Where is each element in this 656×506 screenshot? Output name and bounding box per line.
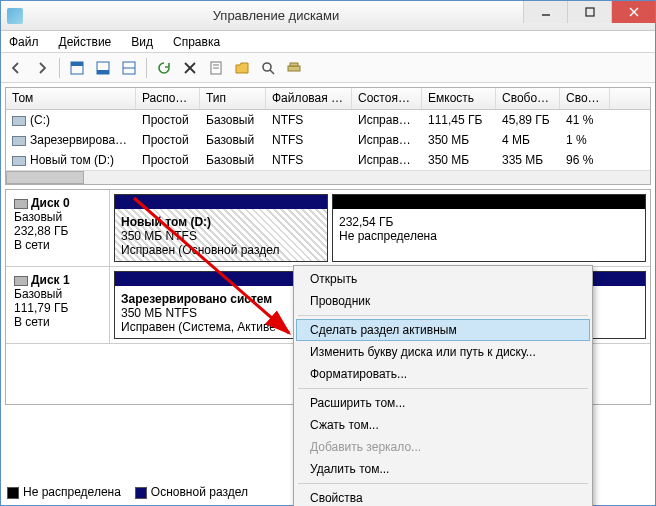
column-headers[interactable]: Том Располо... Тип Файловая с... Состоян… (6, 88, 650, 110)
window-title: Управление дисками (29, 8, 523, 23)
disk-icon (14, 276, 28, 286)
menu-file[interactable]: Файл (5, 33, 43, 51)
col-type[interactable]: Тип (200, 88, 266, 109)
col-percent[interactable]: Свобо... (560, 88, 610, 109)
disk-info: Диск 0Базовый232,88 ГБВ сети (6, 190, 110, 266)
legend-primary-label: Основной раздел (151, 485, 248, 499)
refresh-button[interactable] (153, 57, 175, 79)
col-fs[interactable]: Файловая с... (266, 88, 352, 109)
titlebar: Управление дисками (1, 1, 655, 31)
svg-rect-17 (288, 66, 300, 71)
unallocated-space[interactable]: 232,54 ГБНе распределена (332, 194, 646, 262)
ctx-format[interactable]: Форматировать... (296, 363, 590, 385)
col-free[interactable]: Свобод... (496, 88, 560, 109)
properties-icon[interactable] (205, 57, 227, 79)
back-button[interactable] (5, 57, 27, 79)
volume-icon (12, 136, 26, 146)
legend-unallocated-swatch (7, 487, 19, 499)
legend-unallocated-label: Не распределена (23, 485, 121, 499)
ctx-explorer[interactable]: Проводник (296, 290, 590, 312)
disk-row: Диск 0Базовый232,88 ГБВ сетиНовый том (D… (6, 190, 650, 267)
volume-list: Том Располо... Тип Файловая с... Состоян… (5, 87, 651, 185)
volume-icon (12, 156, 26, 166)
ctx-change-letter[interactable]: Изменить букву диска или путь к диску... (296, 341, 590, 363)
partition[interactable]: Новый том (D:)350 МБ NTFSИсправен (Основ… (114, 194, 328, 262)
view-top-button[interactable] (66, 57, 88, 79)
legend-primary-swatch (135, 487, 147, 499)
ctx-properties[interactable]: Свойства (296, 487, 590, 506)
svg-rect-1 (586, 8, 594, 16)
settings-icon[interactable] (283, 57, 305, 79)
open-folder-icon[interactable] (231, 57, 253, 79)
volume-icon (12, 116, 26, 126)
menubar: Файл Действие Вид Справка (1, 31, 655, 53)
ctx-make-active[interactable]: Сделать раздел активным (296, 319, 590, 341)
legend: Не распределена Основной раздел (7, 485, 248, 499)
table-row[interactable]: (C:)ПростойБазовыйNTFSИсправен...111,45 … (6, 110, 650, 130)
close-button[interactable] (611, 1, 655, 23)
minimize-button[interactable] (523, 1, 567, 23)
ctx-add-mirror: Добавить зеркало... (296, 436, 590, 458)
svg-rect-18 (290, 63, 298, 66)
scrollbar-thumb[interactable] (6, 171, 84, 184)
ctx-open[interactable]: Открыть (296, 268, 590, 290)
disk-icon (14, 199, 28, 209)
h-scrollbar[interactable] (6, 170, 650, 184)
toolbar (1, 53, 655, 83)
col-volume[interactable]: Том (6, 88, 136, 109)
svg-line-16 (270, 70, 274, 74)
delete-icon[interactable] (179, 57, 201, 79)
menu-action[interactable]: Действие (55, 33, 116, 51)
table-row[interactable]: Новый том (D:)ПростойБазовыйNTFSИсправен… (6, 150, 650, 170)
menu-view[interactable]: Вид (127, 33, 157, 51)
context-menu: Открыть Проводник Сделать раздел активны… (293, 265, 593, 506)
ctx-shrink[interactable]: Сжать том... (296, 414, 590, 436)
rescan-icon[interactable] (257, 57, 279, 79)
table-row[interactable]: Зарезервировано...ПростойБазовыйNTFSИспр… (6, 130, 650, 150)
svg-rect-7 (97, 70, 109, 74)
disk-management-window: Управление дисками Файл Действие Вид Спр… (0, 0, 656, 506)
col-layout[interactable]: Располо... (136, 88, 200, 109)
ctx-delete[interactable]: Удалить том... (296, 458, 590, 480)
menu-help[interactable]: Справка (169, 33, 224, 51)
svg-rect-5 (71, 62, 83, 66)
maximize-button[interactable] (567, 1, 611, 23)
svg-point-15 (263, 63, 271, 71)
view-bottom-button[interactable] (92, 57, 114, 79)
disk-info: Диск 1Базовый111,79 ГБВ сети (6, 267, 110, 343)
app-icon (7, 8, 23, 24)
view-split-button[interactable] (118, 57, 140, 79)
disk-partitions: Новый том (D:)350 МБ NTFSИсправен (Основ… (110, 190, 650, 266)
forward-button[interactable] (31, 57, 53, 79)
ctx-extend[interactable]: Расширить том... (296, 392, 590, 414)
col-capacity[interactable]: Емкость (422, 88, 496, 109)
col-status[interactable]: Состояние (352, 88, 422, 109)
